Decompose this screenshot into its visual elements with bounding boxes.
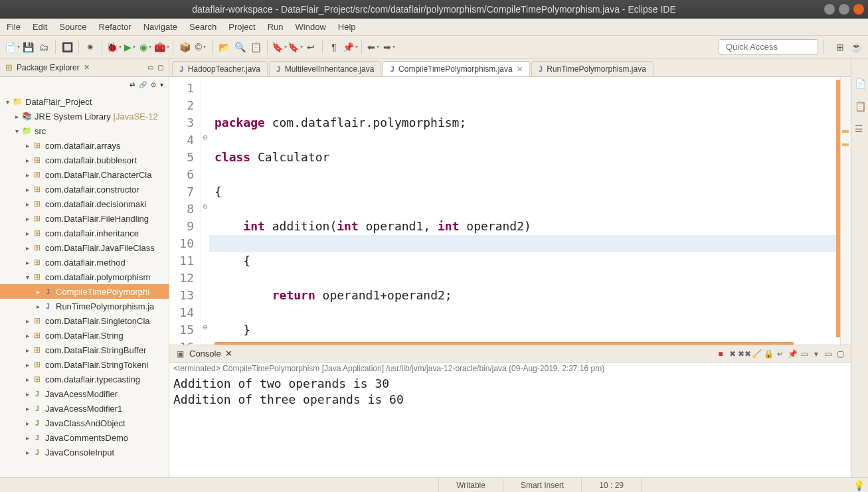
menu-refactor[interactable]: Refactor [99,22,131,32]
menu-file[interactable]: File [7,22,21,32]
editor-tab[interactable]: RunTimePolymorphism.java [531,61,653,76]
open-console-icon[interactable]: ▾ [811,349,822,359]
tab-close-icon[interactable]: ✕ [517,65,523,74]
jre-node[interactable]: ▸JRE System Library [JavaSE-12 [0,109,169,123]
save-all-button[interactable]: 🗂 [37,41,50,54]
package-icon [5,62,13,72]
skip-breakpoints-button[interactable]: ✷ [84,41,97,54]
close-icon[interactable] [853,4,864,15]
search-button[interactable]: 🔍 [233,41,246,54]
window-titlebar: dataflair-workspace - DataFlair_Project/… [0,0,868,19]
java-file-node[interactable]: ▸JavaCommentsDemo [0,430,169,445]
menu-source[interactable]: Source [59,22,86,32]
annotation-prev-button[interactable]: 🔖 [272,41,286,54]
outline-icon[interactable]: 📄 [855,78,865,89]
collapse-all-icon[interactable]: ⇄ [130,81,135,88]
open-task-button[interactable]: 📋 [249,41,262,54]
src-node[interactable]: ▾src [0,123,169,138]
pin-console-icon[interactable]: 📌 [787,349,798,359]
remove-launch-icon[interactable]: ✖ [727,349,738,359]
console-title: Console [189,349,221,359]
java-perspective-button[interactable]: ☕ [849,41,863,54]
word-wrap-icon[interactable]: ↵ [775,349,786,359]
new-package-button[interactable]: 📦 [178,41,191,54]
run-button[interactable]: ▶ [123,41,136,54]
editor-tab[interactable]: MultilevelInheritance.java [269,61,381,76]
code-editor[interactable]: 12345678910111213141516 ⊖ ⊖ ⊖ package co… [169,77,851,345]
debug-button[interactable]: 🐞 [107,41,120,54]
quick-access-input[interactable]: Quick Access [719,39,818,54]
pkg-node[interactable]: ▸com.DataFlair.StringTokeni [0,357,169,372]
view-close-icon[interactable]: ✕ [225,349,232,359]
pkg-node[interactable]: ▸com.DataFlair.StringBuffer [0,343,169,357]
java-file-node[interactable]: ▸RunTimePolymorphism.ja [0,299,169,313]
menu-search[interactable]: Search [189,22,217,32]
menu-window[interactable]: Window [296,22,326,32]
view-menu-icon[interactable]: ▾ [160,81,163,88]
view-close-icon[interactable]: ✕ [84,63,90,72]
overview-ruler[interactable] [840,77,851,345]
task-list-icon[interactable]: 📋 [855,101,865,112]
pkg-node[interactable]: ▸com.DataFlair.SingletonCla [0,313,169,328]
scroll-lock-icon[interactable]: 🔒 [763,349,774,359]
external-tools-button[interactable]: 🧰 [155,41,168,54]
minimize-icon[interactable]: ▭ [823,349,833,359]
pkg-node[interactable]: ▸com.dataflair.arrays [0,138,169,153]
minimize-icon[interactable] [824,4,835,15]
tree-icon[interactable]: ¶ [327,41,341,54]
menu-help[interactable]: Help [338,22,356,32]
outline-view-icon[interactable]: ☰ [855,123,865,134]
annotation-next-button[interactable]: 🔖 [288,41,302,54]
project-node[interactable]: ▾DataFlair_Project [0,94,169,109]
open-type-button[interactable]: 📂 [217,41,230,54]
save-button[interactable]: 💾 [21,41,35,54]
new-class-button[interactable]: © [194,41,207,54]
forward-button[interactable]: ➡ [383,41,396,54]
java-file-node[interactable]: ▸JavaAcessModifier [0,386,169,401]
main-toolbar: 📄 💾 🗂 🔲 ✷ 🐞 ▶ ◉ 🧰 📦 © 📂 🔍 📋 🔖 🔖 ↩ ¶ 📌 ⬅ … [0,36,868,58]
editor-tab[interactable]: HadoopTeacher.java [172,61,268,76]
pkg-node[interactable]: ▸com.DataFlair.String [0,328,169,343]
switch-editor-button[interactable]: 🔲 [60,41,74,54]
pkg-node[interactable]: ▸com.DataFlair.FileHandling [0,211,169,226]
pkg-node[interactable]: ▾com.dataflair.polymorphism [0,270,169,284]
view-minimize-icon[interactable]: ▭ [147,64,153,71]
java-file-node[interactable]: ▸JavaAcessModifier1 [0,401,169,416]
pkg-node[interactable]: ▸com.dataflair.constructor [0,182,169,197]
editor-tab-active[interactable]: CompileTimePolymorphism.java✕ [383,61,529,76]
code-area[interactable]: package com.dataflair.polymorphism; clas… [209,77,840,345]
view-maximize-icon[interactable]: ▢ [157,64,163,71]
new-button[interactable]: 📄 [5,41,19,54]
clear-console-icon[interactable]: 🧹 [751,349,762,359]
menu-navigate[interactable]: Navigate [143,22,177,32]
pkg-node[interactable]: ▸com.DataFlair.JavaFileClass [0,240,169,255]
focus-task-icon[interactable]: ⊙ [151,81,156,88]
tip-icon[interactable]: 💡 [853,480,864,491]
pin-button[interactable]: 📌 [343,41,357,54]
java-file-node[interactable]: ▸JavaConsoleInput [0,445,169,459]
pkg-node[interactable]: ▸com.DataFlair.CharacterCla [0,167,169,182]
java-file-node[interactable]: ▸CompileTimePolymorphi [0,284,169,299]
terminate-icon[interactable]: ■ [715,349,726,359]
remove-all-icon[interactable]: ✖✖ [739,349,750,359]
fold-column[interactable]: ⊖ ⊖ ⊖ [201,77,209,345]
java-file-node[interactable]: ▸JavaClassAndObject [0,416,169,430]
last-edit-button[interactable]: ↩ [304,41,317,54]
pkg-node[interactable]: ▸com.dataflair.decisionmaki [0,197,169,211]
java-icon [390,64,394,74]
back-button[interactable]: ⬅ [367,41,380,54]
console-output[interactable]: Addition of two operands is 30 Addition … [169,374,851,477]
coverage-button[interactable]: ◉ [139,41,152,54]
pkg-node[interactable]: ▸com.dataflair.bubblesort [0,153,169,167]
pkg-node[interactable]: ▸com.dataflair.typecasting [0,372,169,386]
link-editor-icon[interactable]: 🔗 [139,81,147,88]
pkg-node[interactable]: ▸com.dataflair.inheritance [0,226,169,240]
open-perspective-button[interactable]: ⊞ [833,41,847,54]
menu-project[interactable]: Project [228,22,255,32]
maximize-icon[interactable]: ▢ [835,349,845,359]
pkg-node[interactable]: ▸com.dataflair.method [0,255,169,270]
display-selected-icon[interactable]: ▭ [799,349,810,359]
menu-edit[interactable]: Edit [33,22,47,32]
maximize-icon[interactable] [839,4,849,15]
menu-run[interactable]: Run [268,22,284,32]
